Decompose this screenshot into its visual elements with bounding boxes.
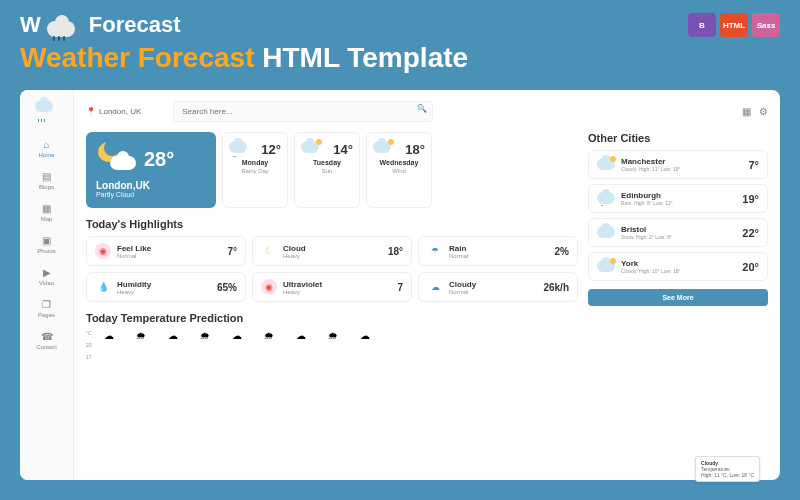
bootstrap-badge: B (688, 13, 716, 37)
pred-icon: 🌧 (200, 330, 214, 342)
rain-icon: ❜❜❜ (229, 141, 249, 157)
highlight-cloud: ☾ CloudHeavy 18° (252, 236, 412, 266)
brand-logo: W Forecast (20, 12, 180, 38)
pred-icon: ☁ (296, 330, 310, 342)
moon-cloud-icon (96, 142, 136, 172)
prediction-title: Today Temperature Prediction (86, 312, 578, 324)
contact-icon: ☎ (41, 330, 53, 342)
home-icon: ⌂ (40, 138, 52, 150)
cloud-icon: ☁ (427, 279, 443, 295)
settings-icon[interactable]: ⚙ (759, 106, 768, 117)
pages-icon: ❐ (40, 298, 52, 310)
see-more-button[interactable]: See More (588, 289, 768, 306)
wind-cloud-icon (373, 141, 393, 157)
city-manchester[interactable]: ManchesterCloudy. High: 11° Low: 18° 7° (588, 150, 768, 179)
cloud-rain-icon (47, 13, 83, 37)
pred-icon: ☁ (168, 330, 182, 342)
sidebar-item-home[interactable]: ⌂Home (38, 138, 54, 158)
moon-icon: ☾ (261, 243, 277, 259)
current-location: London,UK (96, 180, 150, 191)
highlight-feel-like: ◉ Feel LikeNormal 7° (86, 236, 246, 266)
compass-icon: ◉ (95, 243, 111, 259)
search-input[interactable] (173, 101, 433, 122)
forecast-card-wednesday[interactable]: 18° Wednesday Wind (366, 132, 432, 208)
calendar-icon[interactable]: ▦ (742, 106, 751, 117)
sidebar-item-video[interactable]: ▶Video (39, 266, 54, 286)
city-weather-icon: ❜❜ (597, 192, 615, 206)
highlights-title: Today's Highlights (86, 218, 578, 230)
prediction-chart: ☁ 🌧 ☁ 🌧 ☁ 🌧 ☁ 🌧 ☁ (96, 330, 578, 342)
banner-title: Weather Forecast HTML Template (20, 42, 780, 74)
sun-cloud-icon (301, 141, 321, 157)
city-weather-icon (597, 226, 615, 240)
html-badge: HTML (720, 13, 748, 37)
city-bristol[interactable]: BristolSnow. High: 2° Low: 8° 22° (588, 218, 768, 247)
sidebar-item-blogs[interactable]: ▤Blogs (39, 170, 54, 190)
city-weather-icon (597, 260, 615, 274)
rain-drop-icon: ☂ (427, 243, 443, 259)
sidebar-item-pages[interactable]: ❐Pages (38, 298, 55, 318)
current-temp: 28° (144, 148, 174, 171)
pred-icon: ☁ (232, 330, 246, 342)
forecast-card-monday[interactable]: ❜❜❜ 12° Monday Rainy Day (222, 132, 288, 208)
pred-icon: ☁ (104, 330, 118, 342)
city-weather-icon (597, 158, 615, 172)
forecast-card-tuesday[interactable]: 14° Tuesday Sun (294, 132, 360, 208)
pred-icon: 🌧 (328, 330, 342, 342)
sass-badge: Sass (752, 13, 780, 37)
humidity-icon: 💧 (95, 279, 111, 295)
highlight-uv: ◉ UltravioletHeavy 7 (252, 272, 412, 302)
highlight-rain: ☂ RainNormal 2% (418, 236, 578, 266)
sidebar-item-photos[interactable]: ▣Photos (37, 234, 56, 254)
cities-title: Other Cities (588, 132, 768, 144)
current-weather-card: 28° London,UK Partly Cloud (86, 132, 216, 208)
uv-icon: ◉ (261, 279, 277, 295)
map-icon: ▦ (41, 202, 53, 214)
city-york[interactable]: YorkCloudy. High: 10° Low: 18° 20° (588, 252, 768, 281)
pin-icon: 📍 (86, 107, 96, 116)
blogs-icon: ▤ (40, 170, 52, 182)
current-description: Partly Cloud (96, 191, 150, 198)
logo-word: Forecast (89, 12, 181, 38)
dashboard: ⌂Home ▤Blogs ▦Map ▣Photos ▶Video ❐Pages … (20, 90, 780, 480)
sidebar-logo-icon (35, 100, 59, 118)
temp-axis: °C 20 17 (86, 330, 92, 360)
tech-badges: B HTML Sass (688, 13, 780, 37)
pred-icon: 🌧 (264, 330, 278, 342)
pred-icon: 🌧 (136, 330, 150, 342)
location-display[interactable]: 📍 London, UK (86, 107, 141, 116)
highlight-humidity: 💧 HumidityHeavy 65% (86, 272, 246, 302)
search-icon[interactable]: 🔍 (417, 104, 427, 113)
pred-icon: ☁ (360, 330, 374, 342)
photos-icon: ▣ (41, 234, 53, 246)
city-edinburgh[interactable]: ❜❜ EdinburghRain. High: 8° Low: 12° 19° (588, 184, 768, 213)
chart-tooltip: Cloudy Temperature: High: 11 °C, Low: 18… (695, 456, 760, 482)
search-container: 🔍 (173, 100, 433, 122)
logo-letter: W (20, 12, 41, 38)
sidebar-item-map[interactable]: ▦Map (41, 202, 53, 222)
sidebar-item-contact[interactable]: ☎Contact (36, 330, 57, 350)
highlight-cloudy: ☁ CloudyNormal 26k/h (418, 272, 578, 302)
video-icon: ▶ (41, 266, 53, 278)
topbar: 📍 London, UK 🔍 ▦ ⚙ (86, 100, 768, 122)
sidebar: ⌂Home ▤Blogs ▦Map ▣Photos ▶Video ❐Pages … (20, 90, 74, 480)
